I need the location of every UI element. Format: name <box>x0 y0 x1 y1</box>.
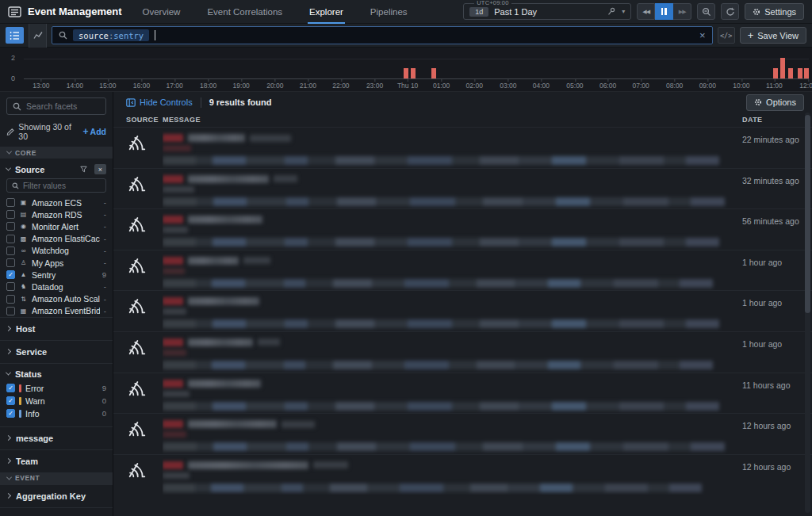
checkbox[interactable]: ✓ <box>6 235 15 243</box>
source-facet-item[interactable]: ✓ ▩ Amazon ElastiCache - <box>0 233 113 245</box>
event-table-row[interactable]: 1 hour ago <box>113 250 812 291</box>
checkbox[interactable]: ✓ <box>6 270 15 279</box>
facet-row[interactable]: Aggregation Key <box>0 484 113 507</box>
source-facet-item[interactable]: ✓ ⇅ Amazon Auto Scaling - <box>0 293 113 305</box>
settings-button[interactable]: Settings <box>745 3 804 20</box>
redacted-title <box>188 297 259 305</box>
checkbox[interactable]: ✓ <box>6 307 15 315</box>
content-area: Search facets Showing 30 of 30 + Add COR… <box>0 92 812 516</box>
facet-row[interactable]: Service <box>0 340 113 363</box>
facet-filter-button[interactable] <box>78 164 90 174</box>
nav-tab[interactable]: Overview <box>142 0 180 24</box>
facet-row[interactable]: message <box>0 426 113 449</box>
list-view-toggle[interactable] <box>6 27 24 44</box>
events-timeline-chart[interactable]: 20 13:0014:0015:0016:0017:0018:0019:0020… <box>0 48 812 92</box>
source-item-label: Amazon EventBridge <box>32 306 100 315</box>
checkbox[interactable]: ✓ <box>6 409 15 418</box>
add-facet-button[interactable]: + Add <box>83 126 106 137</box>
collapse-panel-icon <box>126 98 136 107</box>
checkbox[interactable]: ✓ <box>6 384 15 392</box>
timeline-bar[interactable] <box>773 68 778 78</box>
core-section-header[interactable]: CORE <box>0 147 113 159</box>
timeline-bar[interactable] <box>788 68 793 78</box>
facet-label: Aggregation Key <box>16 491 86 501</box>
checkbox[interactable]: ✓ <box>6 222 15 231</box>
column-header-source[interactable]: SOURCE <box>126 116 163 124</box>
event-table-row[interactable]: 22 minutes ago <box>113 127 812 168</box>
source-facet-item[interactable]: ✓ ▤ Amazon RDS - <box>0 208 113 220</box>
checkbox[interactable]: ✓ <box>6 258 15 267</box>
status-facet-header[interactable]: Status <box>0 364 113 382</box>
refresh-button[interactable] <box>721 3 739 20</box>
event-table-row[interactable]: 32 minutes ago <box>113 168 812 209</box>
source-facet-item[interactable]: ✓ ♙ My Apps - <box>0 257 113 269</box>
clear-search-icon[interactable]: × <box>699 30 706 40</box>
chart-plot-area[interactable]: 13:0014:0015:0016:0017:0018:0019:0020:00… <box>24 52 809 79</box>
event-table-row[interactable]: 12 hours ago <box>113 413 812 454</box>
source-facet-header[interactable]: Source × <box>0 159 113 178</box>
search-token[interactable]: source:sentry <box>73 29 149 41</box>
clear-facet-button[interactable]: × <box>94 164 106 174</box>
status-facet-item[interactable]: ✓ Warn 0 <box>0 395 113 407</box>
save-view-button[interactable]: + Save View <box>740 27 806 44</box>
nav-tab[interactable]: Explorer <box>309 0 343 24</box>
timeline-bar[interactable] <box>798 68 802 78</box>
pin-icon[interactable] <box>607 7 616 16</box>
checkbox[interactable]: ✓ <box>6 295 15 304</box>
source-facet-item[interactable]: ✓ ♞ Datadog - <box>0 281 113 292</box>
facet-row[interactable]: Duration <box>0 507 113 516</box>
checkbox[interactable]: ✓ <box>6 282 15 291</box>
timeline-bar[interactable] <box>404 68 408 78</box>
event-table-row[interactable]: 12 hours ago <box>113 454 812 495</box>
error-badge <box>163 338 183 346</box>
zoom-out-button[interactable] <box>697 3 715 20</box>
redacted-line-3 <box>163 238 742 247</box>
time-range-picker[interactable]: UTC+09:00 1d Past 1 Day ▾ <box>463 3 631 20</box>
event-table-row[interactable]: 11 hours ago <box>113 373 812 414</box>
scrollbar-track[interactable] <box>805 113 810 513</box>
nav-tab[interactable]: Pipelines <box>370 0 408 24</box>
x-axis-label: 15:00 <box>99 82 116 90</box>
checkbox[interactable]: ✓ <box>6 247 15 255</box>
search-input[interactable]: source:sentry × <box>52 26 713 44</box>
hide-controls-button[interactable]: Hide Controls <box>126 97 193 107</box>
source-facet-item[interactable]: ✓ ∞ Watchdog - <box>0 245 113 257</box>
timeline-bar[interactable] <box>411 68 416 78</box>
filter-values-input[interactable]: Filter values <box>6 178 106 193</box>
date-cell: 22 minutes ago <box>742 128 801 168</box>
redacted-line-2 <box>163 308 742 315</box>
rewind-button[interactable]: ◀◀ <box>637 3 655 20</box>
fast-forward-button[interactable]: ▶▶ <box>673 3 691 20</box>
source-facet-item[interactable]: ✓ ◉ Monitor Alert - <box>0 220 113 232</box>
status-facet-item[interactable]: ✓ Error 9 <box>0 382 113 395</box>
edit-pencil-icon[interactable] <box>6 128 14 136</box>
event-management-icon <box>8 6 21 17</box>
nav-tab[interactable]: Event Correlations <box>207 0 282 24</box>
options-button[interactable]: Options <box>746 94 804 111</box>
source-facet-item[interactable]: ✓ ▣ Amazon ECS - <box>0 197 113 208</box>
status-facet-item[interactable]: ✓ Info 0 <box>0 407 113 420</box>
source-facet-item[interactable]: ✓ ▲ Sentry 9 <box>0 269 113 281</box>
chevron-down-icon[interactable]: ▾ <box>622 8 625 15</box>
timeline-bar[interactable] <box>804 68 809 78</box>
scrollbar-thumb[interactable] <box>805 115 810 313</box>
event-table-row[interactable]: 1 hour ago <box>113 290 812 331</box>
checkbox[interactable]: ✓ <box>6 210 15 219</box>
event-table-row[interactable]: 1 hour ago <box>113 331 812 373</box>
date-cell: 12 hours ago <box>742 414 801 454</box>
code-view-button[interactable]: </> <box>718 27 735 44</box>
event-table-row[interactable]: 56 minutes ago <box>113 208 812 250</box>
facet-row[interactable]: Team <box>0 449 113 472</box>
pause-button[interactable] <box>655 3 673 20</box>
source-facet-item[interactable]: ✓ ▦ Amazon EventBridge - <box>0 305 113 317</box>
facet-search-input[interactable]: Search facets <box>6 97 106 115</box>
redacted-line-2 <box>163 472 742 479</box>
column-header-message[interactable]: MESSAGE <box>163 116 742 124</box>
timeline-bar[interactable] <box>431 68 436 78</box>
checkbox[interactable]: ✓ <box>6 198 15 207</box>
checkbox[interactable]: ✓ <box>6 396 15 405</box>
column-header-date[interactable]: DATE <box>742 116 801 124</box>
event-section-header[interactable]: EVENT <box>0 472 113 484</box>
timeline-bar[interactable] <box>780 58 785 78</box>
facet-row[interactable]: Host <box>0 317 113 340</box>
